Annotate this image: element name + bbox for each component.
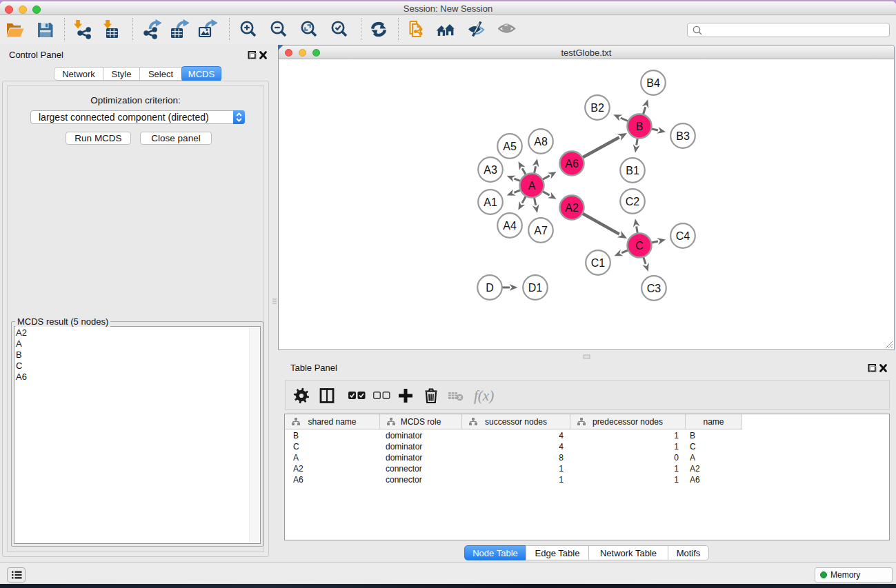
svg-text:A1: A1 xyxy=(484,196,497,208)
svg-text:C2: C2 xyxy=(626,196,640,207)
svg-text:A2: A2 xyxy=(565,202,579,214)
svg-text:f(x): f(x) xyxy=(474,387,494,404)
svg-text:B1: B1 xyxy=(626,165,639,176)
svg-text:B: B xyxy=(636,121,644,132)
svg-text:D1: D1 xyxy=(528,282,543,294)
svg-text:A: A xyxy=(528,180,536,192)
svg-text:A7: A7 xyxy=(534,225,548,236)
svg-text:C3: C3 xyxy=(647,283,661,294)
svg-text:B2: B2 xyxy=(590,102,604,114)
svg-text:D: D xyxy=(486,282,494,294)
svg-text:B4: B4 xyxy=(646,77,660,89)
svg-text:A4: A4 xyxy=(503,220,517,232)
svg-text:B3: B3 xyxy=(676,130,690,142)
svg-text:C1: C1 xyxy=(591,257,606,269)
svg-text:A8: A8 xyxy=(534,136,548,148)
svg-text:A6: A6 xyxy=(565,158,579,170)
svg-text:A5: A5 xyxy=(503,141,517,152)
svg-text:C4: C4 xyxy=(676,230,690,242)
svg-text:C: C xyxy=(635,240,644,252)
svg-text:A3: A3 xyxy=(484,164,497,176)
